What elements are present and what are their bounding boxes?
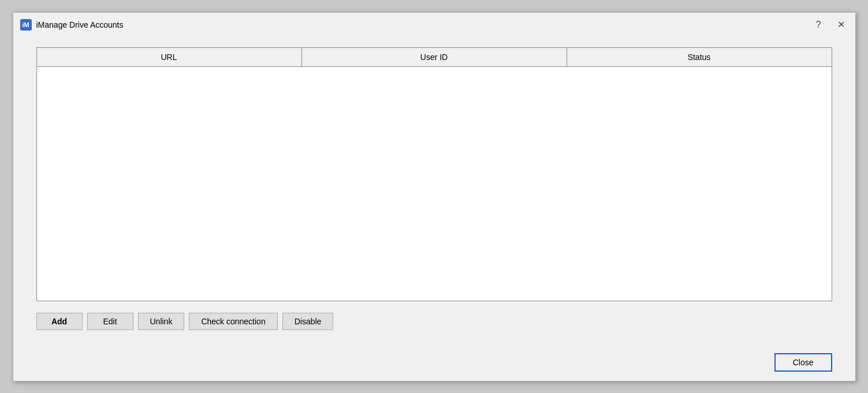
check-connection-button[interactable]: Check connection <box>189 313 277 330</box>
unlink-button[interactable]: Unlink <box>138 313 185 330</box>
edit-button[interactable]: Edit <box>87 313 133 330</box>
window-close-button[interactable]: ✕ <box>834 19 848 31</box>
accounts-table: URL User ID Status <box>36 47 832 301</box>
app-icon: iM <box>20 19 32 31</box>
help-button[interactable]: ? <box>813 19 825 31</box>
column-header-userid: User ID <box>302 48 567 66</box>
window-title: iManage Drive Accounts <box>36 20 124 29</box>
footer: Close <box>13 347 855 381</box>
dialog-content: URL User ID Status Add Edit Unlink Check… <box>13 36 855 347</box>
close-button[interactable]: Close <box>774 353 832 372</box>
add-button[interactable]: Add <box>36 313 83 330</box>
column-header-status: Status <box>567 48 832 66</box>
disable-button[interactable]: Disable <box>282 313 334 330</box>
action-buttons: Add Edit Unlink Check connection Disable <box>36 313 832 336</box>
table-header: URL User ID Status <box>37 48 832 67</box>
column-header-url: URL <box>37 48 302 66</box>
title-bar-left: iM iManage Drive Accounts <box>20 19 124 31</box>
table-body <box>37 67 832 301</box>
title-bar: iM iManage Drive Accounts ? ✕ <box>13 13 855 36</box>
title-bar-right: ? ✕ <box>813 19 848 31</box>
dialog-window: iM iManage Drive Accounts ? ✕ URL User I… <box>13 12 856 381</box>
